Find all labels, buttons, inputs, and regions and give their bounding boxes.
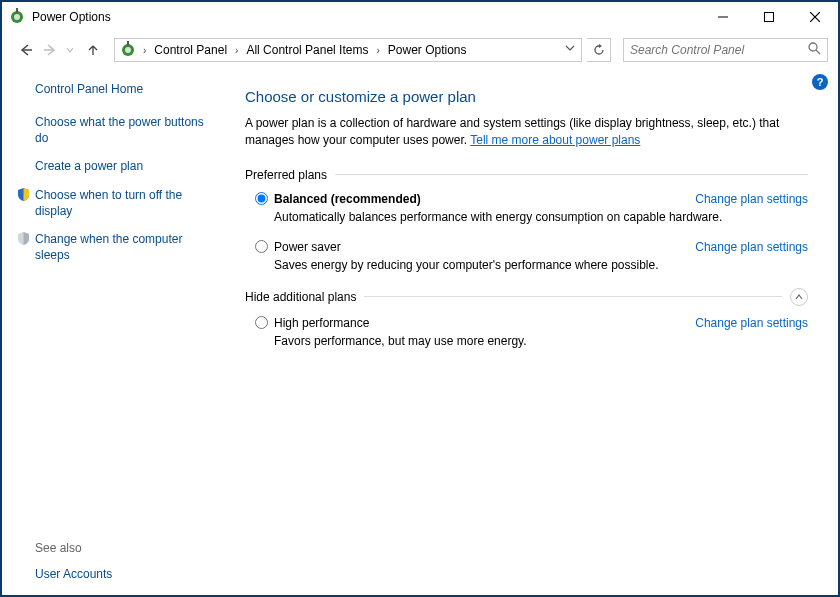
blank-icon [16, 114, 31, 129]
breadcrumb-item[interactable]: All Control Panel Items [242, 43, 372, 57]
svg-point-1 [14, 14, 20, 20]
user-accounts-link[interactable]: User Accounts [35, 567, 217, 581]
learn-more-link[interactable]: Tell me more about power plans [470, 133, 640, 147]
shield-icon [16, 231, 31, 246]
sidebar-item-create-plan: Create a power plan [16, 158, 217, 174]
preferred-plans-header: Preferred plans [245, 168, 808, 182]
address-dropdown[interactable] [565, 43, 575, 53]
plan-radio-balanced[interactable] [255, 192, 268, 205]
sidebar-link[interactable]: Choose what the power buttons do [35, 114, 217, 146]
intro-paragraph: A power plan is a collection of hardware… [245, 115, 808, 150]
chevron-right-icon[interactable]: › [233, 45, 240, 56]
blank-icon [16, 158, 31, 173]
close-button[interactable] [792, 2, 838, 32]
svg-point-10 [125, 47, 131, 53]
collapse-toggle-icon[interactable] [790, 288, 808, 306]
sidebar-link[interactable]: Choose when to turn off the display [35, 187, 217, 219]
svg-rect-4 [765, 13, 774, 22]
plan-description: Automatically balances performance with … [274, 210, 808, 224]
help-icon[interactable]: ? [812, 74, 828, 90]
change-plan-settings-link[interactable]: Change plan settings [695, 192, 808, 206]
plan-radio-label[interactable]: Balanced (recommended) [255, 192, 421, 206]
minimize-button[interactable] [700, 2, 746, 32]
section-label: Hide additional plans [245, 290, 356, 304]
title-bar: Power Options [2, 2, 838, 32]
forward-button[interactable] [40, 40, 60, 60]
additional-plans-header[interactable]: Hide additional plans [245, 288, 808, 306]
breadcrumb-item[interactable]: Power Options [384, 43, 471, 57]
plan-name: High performance [274, 316, 369, 330]
window-frame: Power Options [0, 0, 840, 597]
see-also-label: See also [35, 541, 217, 555]
plan-power-saver: Power saver Change plan settings Saves e… [255, 240, 808, 272]
plan-description: Favors performance, but may use more ene… [274, 334, 808, 348]
content-body: ? Control Panel Home Choose what the pow… [2, 68, 838, 595]
chevron-right-icon[interactable]: › [141, 45, 148, 56]
up-button[interactable] [84, 41, 102, 59]
power-options-icon [119, 41, 137, 59]
plan-radio-label[interactable]: Power saver [255, 240, 341, 254]
plan-high-performance: High performance Change plan settings Fa… [255, 316, 808, 348]
window-controls [700, 2, 838, 32]
nav-arrow-group [16, 40, 102, 60]
sidebar-item-power-buttons: Choose what the power buttons do [16, 114, 217, 146]
maximize-button[interactable] [746, 2, 792, 32]
main-content: Choose or customize a power plan A power… [227, 68, 838, 595]
change-plan-settings-link[interactable]: Change plan settings [695, 316, 808, 330]
sidebar-item-sleep: Change when the computer sleeps [16, 231, 217, 263]
svg-rect-11 [127, 41, 129, 46]
search-icon[interactable] [808, 42, 821, 58]
plan-radio-saver[interactable] [255, 240, 268, 253]
change-plan-settings-link[interactable]: Change plan settings [695, 240, 808, 254]
search-box[interactable] [623, 38, 828, 62]
sidebar-link[interactable]: Change when the computer sleeps [35, 231, 217, 263]
back-button[interactable] [16, 40, 36, 60]
control-panel-home-link[interactable]: Control Panel Home [35, 82, 217, 96]
power-options-icon [8, 8, 26, 26]
sidebar: Control Panel Home Choose what the power… [2, 68, 227, 595]
plan-name: Balanced (recommended) [274, 192, 421, 206]
refresh-button[interactable] [587, 38, 611, 62]
address-bar[interactable]: › Control Panel › All Control Panel Item… [114, 38, 582, 62]
sidebar-item-display-off: Choose when to turn off the display [16, 187, 217, 219]
divider [364, 296, 782, 297]
plan-name: Power saver [274, 240, 341, 254]
plan-radio-label[interactable]: High performance [255, 316, 369, 330]
search-input[interactable] [630, 43, 800, 57]
recent-locations-dropdown[interactable] [64, 40, 76, 60]
navigation-bar: › Control Panel › All Control Panel Item… [2, 32, 838, 68]
shield-icon [16, 187, 31, 202]
divider [335, 174, 808, 175]
svg-line-13 [816, 50, 820, 54]
plan-radio-high[interactable] [255, 316, 268, 329]
chevron-right-icon[interactable]: › [374, 45, 381, 56]
plan-balanced: Balanced (recommended) Change plan setti… [255, 192, 808, 224]
plan-description: Saves energy by reducing your computer's… [274, 258, 808, 272]
sidebar-link[interactable]: Create a power plan [35, 158, 143, 174]
svg-rect-2 [16, 8, 18, 13]
page-heading: Choose or customize a power plan [245, 88, 808, 105]
svg-point-12 [809, 43, 817, 51]
window-title: Power Options [32, 10, 700, 24]
breadcrumb-item[interactable]: Control Panel [150, 43, 231, 57]
section-label: Preferred plans [245, 168, 327, 182]
